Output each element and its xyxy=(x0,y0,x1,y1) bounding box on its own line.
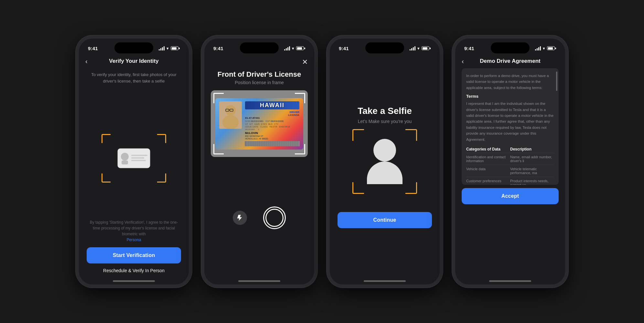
camera-view: HAWAII DRIVERLICENSE 01-47-87441 DOB 06/… xyxy=(211,90,308,157)
start-verification-button[interactable]: Start Verification xyxy=(87,247,181,263)
status-icons-3: ▾ xyxy=(410,46,431,51)
corner-tr xyxy=(157,134,166,143)
status-icons-4: ▾ xyxy=(535,46,556,51)
screen-scan-license: ✕ Front of Driver's License Position lic… xyxy=(204,55,314,278)
svg-point-1 xyxy=(121,153,129,161)
terms-text: I represent that I am the individual sho… xyxy=(466,101,554,142)
corner-tl xyxy=(102,134,111,143)
col-header-1: Categories of Data xyxy=(466,146,510,153)
description-text-1: To verify your identity, first take phot… xyxy=(87,72,181,84)
selfie-body: Take a Selfie Let's Make sure you're you… xyxy=(330,55,440,278)
silhouette-head xyxy=(373,139,396,162)
camera-controls xyxy=(204,157,314,278)
status-time-3: 9:41 xyxy=(339,46,349,51)
phone-4: 9:41 ▾ ‹ Demo Drive Agreement In order t… xyxy=(452,35,568,288)
nav-bar-2: ✕ xyxy=(204,55,314,70)
svg-point-7 xyxy=(225,105,236,116)
capture-button[interactable] xyxy=(263,206,286,229)
dynamic-island-3 xyxy=(365,42,404,53)
status-time-4: 9:41 xyxy=(464,46,474,51)
home-indicator-4 xyxy=(489,280,531,282)
continue-button[interactable]: Continue xyxy=(338,212,432,228)
data-table: Categories of Data Description Identific… xyxy=(466,146,554,185)
page-title-4: Demo Drive Agreement xyxy=(480,58,540,64)
license-info: HAWAII DRIVERLICENSE 01-47-87441 DOB 06/… xyxy=(245,101,299,146)
license-corner-tr xyxy=(295,93,305,103)
scan-title: Front of Driver's License xyxy=(204,70,314,79)
page-title-1: Verify Your Identity xyxy=(109,58,158,64)
dl-type: DRIVERLICENSE xyxy=(245,111,299,117)
selfie-subtitle: Let's Make sure you're you xyxy=(358,119,412,124)
home-indicator-2 xyxy=(238,280,280,282)
accept-button[interactable]: Accept xyxy=(462,188,559,204)
license-issue-date: 06/18/1995 3 xyxy=(245,128,299,130)
nav-bar-4: ‹ Demo Drive Agreement xyxy=(455,55,565,68)
battery-2 xyxy=(296,46,305,50)
signal-bars-4 xyxy=(535,46,541,50)
home-indicator-3 xyxy=(364,280,406,282)
back-button-1[interactable]: ‹ xyxy=(85,58,88,65)
battery-3 xyxy=(422,46,431,50)
row2-col2: Vehicle telematic performance, ma xyxy=(510,165,554,177)
signal-bars-2 xyxy=(284,46,290,50)
agreement-intro: In order to perform a demo drive, you mu… xyxy=(466,73,554,91)
agreement-scroll[interactable]: In order to perform a demo drive, you mu… xyxy=(462,68,559,185)
license-corner-bl xyxy=(213,144,224,154)
reschedule-link[interactable]: Reschedule & Verify In Person xyxy=(87,268,181,273)
id-card-icon xyxy=(114,144,153,173)
row1-col1: Identification and contact information xyxy=(466,153,510,165)
selfie-title: Take a Selfie xyxy=(358,106,412,116)
hawaii-state: HAWAII xyxy=(245,101,299,109)
corner-bl xyxy=(102,173,111,183)
svg-point-11 xyxy=(222,115,239,129)
status-time-1: 9:41 xyxy=(88,46,98,51)
license-attributes: HTWTHAIREYESBLDCTY xyxy=(245,123,299,125)
license-address: 892 MOMONA ST xyxy=(245,135,299,137)
license-card: HAWAII DRIVERLICENSE 01-47-87441 DOB 06/… xyxy=(215,98,303,150)
license-name: McLOVIN xyxy=(245,131,299,135)
battery-4 xyxy=(547,46,556,50)
scan-subtitle: Position license in frame xyxy=(204,80,314,85)
row1-col2: Name, email addr number, driver's li xyxy=(510,153,554,165)
screen-body-1: To verify your identity, first take phot… xyxy=(79,68,189,278)
wifi-icon-1: ▾ xyxy=(166,46,169,51)
license-frame: HAWAII DRIVERLICENSE 01-47-87441 DOB 06/… xyxy=(211,90,308,157)
silhouette-body xyxy=(367,162,403,184)
selfie-corner-tl xyxy=(352,129,364,141)
svg-rect-2 xyxy=(122,161,128,164)
back-button-4[interactable]: ‹ xyxy=(462,58,464,65)
id-scan-area xyxy=(87,97,181,219)
wifi-icon-4: ▾ xyxy=(543,46,545,51)
status-icons-1: ▾ xyxy=(159,46,180,51)
screen-selfie: Take a Selfie Let's Make sure you're you… xyxy=(330,55,440,278)
license-photo xyxy=(219,101,242,129)
barcode xyxy=(245,141,299,146)
agreement-body: In order to perform a demo drive, you mu… xyxy=(455,68,565,278)
close-button-2[interactable]: ✕ xyxy=(302,58,308,66)
id-frame xyxy=(102,134,166,183)
license-city: HONOLULU, HI 96820 xyxy=(245,138,299,140)
row2-col1: Vehicle data xyxy=(466,165,510,177)
svg-rect-5 xyxy=(131,160,146,161)
dynamic-island-1 xyxy=(114,42,153,53)
table-row: Customer preferences Product interests n… xyxy=(466,177,554,185)
selfie-corner-tr xyxy=(405,129,417,141)
license-corner-br xyxy=(295,144,305,154)
license-dob: DOB 06/03/1981 EXP 06/03/2008 xyxy=(245,120,299,123)
license-number: 01-47-87441 xyxy=(245,117,299,119)
phone-2: 9:41 ▾ ✕ Front of Driver's License Posit… xyxy=(201,35,317,288)
dynamic-island-4 xyxy=(491,42,530,53)
persona-link[interactable]: Persona xyxy=(127,238,141,242)
table-row: Vehicle data Vehicle telematic performan… xyxy=(466,165,554,177)
flash-button[interactable] xyxy=(233,211,247,225)
status-icons-2: ▾ xyxy=(284,46,305,51)
terms-title: Terms xyxy=(466,94,554,99)
person-silhouette-icon xyxy=(367,139,403,184)
selfie-corner-bl xyxy=(352,182,364,194)
selfie-frame xyxy=(352,129,417,194)
col-header-2: Description xyxy=(510,146,554,153)
nav-bar-1: ‹ Verify Your Identity xyxy=(79,55,189,68)
wifi-icon-2: ▾ xyxy=(292,46,294,51)
phone-1: 9:41 ▾ ‹ Verify Your Identity To verify … xyxy=(76,35,192,288)
home-indicator-1 xyxy=(113,280,155,282)
